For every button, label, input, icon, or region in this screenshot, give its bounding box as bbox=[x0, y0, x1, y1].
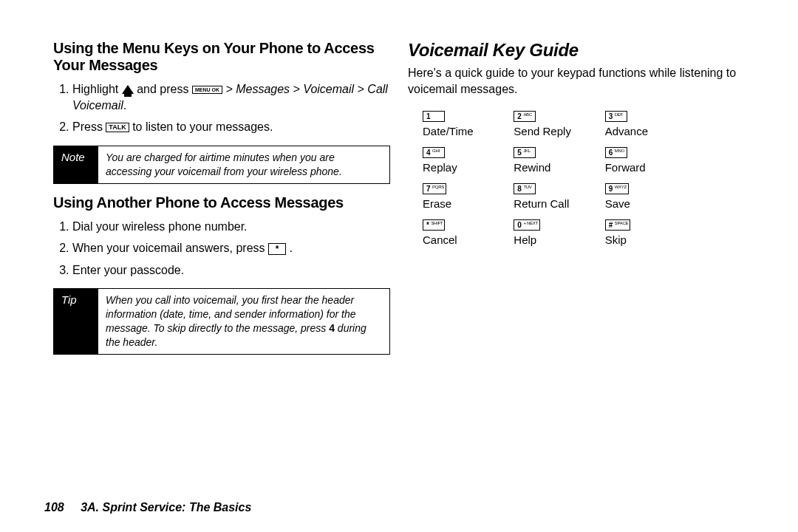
note-callout: Note You are charged for airtime minutes… bbox=[53, 146, 390, 184]
key-7-icon: 7PQRS bbox=[423, 183, 446, 194]
steps-list-1: Highlight and press MENU OK > Messages >… bbox=[53, 81, 390, 135]
key-3-icon: 3DEF bbox=[605, 111, 627, 122]
steps-list-2: Dial your wireless phone number. When yo… bbox=[53, 219, 390, 279]
home-icon bbox=[122, 85, 134, 94]
key-4-icon: 4GHI bbox=[423, 147, 445, 158]
key-cell-6: 6MNO Forward bbox=[605, 145, 689, 174]
heading-voicemail-key-guide: Voicemail Key Guide bbox=[408, 40, 745, 61]
text-segment: When your voicemail answers, press bbox=[72, 242, 268, 254]
key-6-icon: 6MNO bbox=[605, 147, 627, 158]
key-1-icon: 1 bbox=[423, 111, 445, 122]
section-title: 3A. Sprint Service: The Basics bbox=[81, 501, 251, 514]
text-segment: When you call into voicemail, you first … bbox=[106, 294, 356, 334]
menu-ok-icon: MENU OK bbox=[192, 86, 222, 94]
heading-menu-keys: Using the Menu Keys on Your Phone to Acc… bbox=[53, 40, 390, 74]
key-cell-0: 0+ NEXT Help bbox=[514, 217, 597, 246]
text-segment: . bbox=[123, 99, 126, 112]
intro-text: Here's a quick guide to your keypad func… bbox=[408, 65, 745, 97]
key-0-label: Help bbox=[514, 233, 597, 246]
tip-callout: Tip When you call into voicemail, you fi… bbox=[53, 288, 390, 355]
key-2-icon: 2ABC bbox=[514, 111, 536, 122]
key-6-label: Forward bbox=[605, 161, 689, 174]
step-1-2: Press TALK to listen to your messages. bbox=[72, 119, 390, 135]
step-2-3: Enter your passcode. bbox=[72, 262, 390, 279]
key-cell-star: *SHIFT Cancel bbox=[423, 217, 506, 246]
key-5-label: Rewind bbox=[514, 161, 597, 174]
talk-icon: TALK bbox=[106, 123, 129, 132]
heading-another-phone: Using Another Phone to Access Messages bbox=[53, 194, 390, 211]
step-2-1: Dial your wireless phone number. bbox=[72, 219, 390, 235]
note-label: Note bbox=[54, 146, 98, 183]
key-hash-icon: #SPACE bbox=[605, 219, 630, 231]
page-body: Using the Menu Keys on Your Phone to Acc… bbox=[0, 0, 798, 488]
key-cell-3: 3DEF Advance bbox=[605, 109, 689, 137]
text-segment: to listen to your messages. bbox=[132, 120, 273, 133]
key-7-label: Erase bbox=[423, 197, 506, 210]
step-1-1: Highlight and press MENU OK > Messages >… bbox=[72, 81, 390, 113]
left-column: Using the Menu Keys on Your Phone to Acc… bbox=[44, 30, 399, 473]
key-cell-5: 5JKL Rewind bbox=[514, 145, 597, 174]
text-segment: Highlight bbox=[72, 83, 122, 95]
key-3-label: Advance bbox=[605, 125, 689, 137]
key-cell-2: 2ABC Send Reply bbox=[514, 109, 597, 137]
text-segment: Press bbox=[72, 120, 106, 133]
key-4-label: Replay bbox=[423, 161, 506, 174]
tip-label: Tip bbox=[54, 289, 98, 354]
key-reference: 4 bbox=[329, 322, 335, 334]
page-footer: 108 3A. Sprint Service: The Basics bbox=[44, 501, 251, 514]
key-9-label: Save bbox=[605, 197, 689, 210]
right-column: Voicemail Key Guide Here's a quick guide… bbox=[399, 30, 754, 473]
key-9-icon: 9WXYZ bbox=[605, 183, 629, 194]
key-hash-label: Skip bbox=[605, 233, 689, 246]
key-1-label: Date/Time bbox=[423, 125, 506, 137]
key-8-icon: 8TUV bbox=[514, 183, 536, 194]
key-cell-8: 8TUV Return Call bbox=[514, 181, 597, 210]
key-cell-9: 9WXYZ Save bbox=[605, 181, 689, 210]
key-cell-7: 7PQRS Erase bbox=[423, 181, 506, 210]
key-star-icon: *SHIFT bbox=[423, 219, 445, 231]
key-cell-hash: #SPACE Skip bbox=[605, 217, 689, 246]
step-2-2: When your voicemail answers, press * . bbox=[72, 240, 390, 256]
key-0-icon: 0+ NEXT bbox=[514, 219, 539, 231]
keypad-grid: 1 Date/Time 2ABC Send Reply 3DEF Advance… bbox=[423, 109, 689, 246]
text-segment: and press bbox=[137, 83, 192, 95]
key-cell-1: 1 Date/Time bbox=[423, 109, 506, 137]
key-8-label: Return Call bbox=[514, 197, 597, 210]
key-star-label: Cancel bbox=[423, 233, 506, 246]
key-2-label: Send Reply bbox=[514, 125, 597, 137]
key-cell-4: 4GHI Replay bbox=[423, 145, 506, 174]
key-5-icon: 5JKL bbox=[514, 147, 536, 158]
tip-body: When you call into voicemail, you first … bbox=[98, 289, 389, 354]
star-key-icon: * bbox=[268, 243, 286, 255]
page-number: 108 bbox=[44, 501, 64, 514]
text-segment: . bbox=[289, 242, 292, 254]
note-body: You are charged for airtime minutes when… bbox=[98, 146, 389, 183]
